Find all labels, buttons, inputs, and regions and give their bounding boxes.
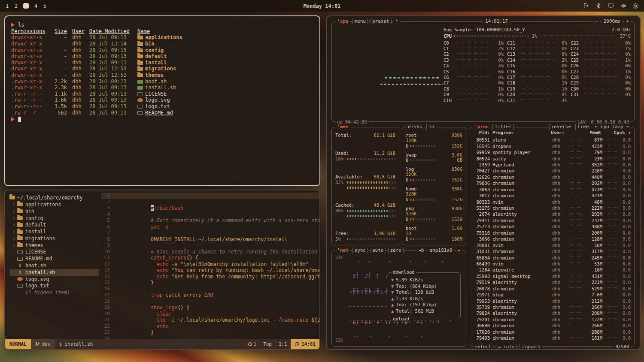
io-tab[interactable]: io — [426, 124, 436, 130]
tree-item[interactable]: logo.svg — [9, 276, 99, 283]
process-row[interactable]: 79971 btop dhh 7.0M 0.0 — [473, 292, 631, 298]
core-meter: C0 1% — [444, 40, 504, 45]
menu-button[interactable]: menu — [352, 18, 368, 24]
tree-item[interactable]: (1 hidden item) — [9, 289, 99, 296]
disk-used-value: 0B — [457, 157, 462, 163]
file-date-modified: 28 Jul 09:13 — [89, 97, 137, 103]
tree-item[interactable]: LICENSE — [9, 249, 99, 256]
process-row[interactable]: 66499 nvim dhh 53M 0.0 — [473, 261, 631, 267]
workspace-button[interactable]: 1 — [5, 3, 9, 9]
process-row[interactable]: 80333 nvim dhh 48M 0.0 — [473, 199, 631, 205]
settings-icon[interactable] — [632, 3, 639, 9]
mem-column-header[interactable]: MemB — [568, 130, 601, 135]
filter-button[interactable]: filter — [492, 124, 514, 130]
next-interface-button[interactable]: ▸ — [456, 247, 462, 253]
net-tab[interactable]: auto — [370, 247, 386, 253]
volume-icon[interactable] — [620, 3, 626, 9]
process-row[interactable]: 79403 chromium dhh 161M 0.0 — [473, 335, 631, 341]
process-row[interactable]: 79953 alacritty dhh 212M 0.0 — [473, 298, 631, 304]
reverse-button[interactable]: reverse — [549, 124, 573, 130]
process-row[interactable]: 30680 chromium dhh 260M 0.0 — [473, 323, 631, 329]
process-row[interactable]: 79806 chromium dhh 202M 0.0 — [473, 180, 631, 186]
workspace-button[interactable]: 2 — [14, 3, 18, 9]
file-owner: dhh — [72, 41, 89, 47]
net-tab[interactable]: zero — [388, 247, 404, 253]
mem-history-meter — [569, 256, 582, 257]
process-row[interactable]: 53275 chromium dhh 222M 0.0 — [473, 205, 631, 211]
net-tab[interactable]: sync — [352, 247, 368, 253]
tree-item[interactable]: › bin — [9, 208, 99, 215]
process-row[interactable]: 70081 nvim dhh 58M 0.0 — [473, 242, 631, 248]
proc-panel-title[interactable]: 'proc — [473, 124, 490, 130]
interface-name: enp191s0 — [428, 247, 454, 253]
process-row[interactable]: 25213 chromium dhh 488M 0.0 — [473, 223, 631, 229]
process-row[interactable]: 3066 chromium dhh 128M 0.0 — [473, 236, 631, 242]
process-row[interactable]: 69959 spotify_player dhh 79M 0.0 — [473, 149, 631, 155]
code-line: 2 — [101, 199, 319, 205]
tree-item[interactable]: › config — [9, 215, 99, 222]
ls-row: drwxr-xr-x - dhh 28 Jul 09:13 config — [11, 47, 313, 54]
process-row[interactable]: 75316 chromium dhh 200M 0.0 — [473, 230, 631, 236]
signals-button[interactable]: signals — [519, 344, 542, 349]
process-row[interactable]: 79824 alacritty dhh 208M 0.0 — [473, 310, 631, 316]
workspace-button[interactable]: 5 — [43, 3, 47, 9]
process-row[interactable]: 65834 chromium dhh 245M 0.0 — [473, 254, 631, 260]
tree-item[interactable]: › install — [9, 228, 99, 235]
tree-item[interactable]: › applications — [9, 201, 99, 208]
interval-decrease-button[interactable]: − — [593, 18, 600, 24]
tree-item[interactable]: logo.txt — [9, 283, 99, 290]
process-row[interactable]: 79411 chromium dhh 237M 0.0 — [473, 217, 631, 223]
process-row[interactable]: 3017 chromium dhh 423M 0.0 — [473, 193, 631, 199]
preset-button[interactable]: preset — [370, 18, 392, 24]
workspace-button[interactable] — [23, 3, 29, 9]
process-row[interactable]: 79201 chromium dhh 172M 0.0 — [473, 317, 631, 323]
tree-item[interactable]: › migrations — [9, 235, 99, 242]
select-button[interactable]: select — [473, 344, 493, 349]
process-pid: 53275 — [473, 205, 492, 211]
tree-item[interactable]: $ boot.sh — [9, 262, 99, 269]
mem-panel-title[interactable]: 'mem — [335, 124, 350, 130]
process-row[interactable]: 2284 pipewire dhh 18M 0.0 — [473, 267, 631, 273]
workspace-button[interactable]: 4 — [34, 3, 38, 9]
cpu-column-header[interactable]: Cpu% — [601, 130, 625, 135]
process-row[interactable]: 32626 chromium dhh 440M 0.0 — [473, 174, 631, 180]
process-row[interactable]: 2674 alacritty dhh 203M 0.0 — [473, 211, 631, 217]
network-icon[interactable] — [608, 3, 614, 9]
process-row[interactable]: 35739 chromium dhh 266M 0.0 — [473, 304, 631, 310]
program-column-header[interactable]: Program: — [492, 130, 551, 135]
tree-item[interactable]: › default — [9, 221, 99, 228]
info-button[interactable]: ↵ info — [496, 344, 516, 349]
bluetooth-icon[interactable] — [595, 3, 601, 9]
file-type-icon — [137, 98, 143, 102]
disks-tab[interactable]: disks — [406, 124, 424, 130]
logout-icon[interactable] — [583, 3, 589, 9]
net-panel-title[interactable]: 'net — [335, 247, 350, 253]
process-row[interactable]: 17020 chromium dhh 288M 0.0 — [473, 329, 631, 335]
pid-column-header[interactable]: Pid: — [473, 130, 492, 135]
user-column-header[interactable]: User: — [551, 130, 568, 135]
process-row[interactable]: 2359 Hyprland dhh 352M 0.0 — [473, 162, 631, 168]
tree-item[interactable]: › themes — [9, 242, 99, 249]
prompt-line[interactable] — [11, 116, 313, 123]
sort-column-switcher[interactable]: ← cpu lazy → — [593, 124, 631, 130]
tree-button[interactable]: tree — [575, 124, 591, 130]
process-row[interactable]: 31031 chromium dhh 317M 0.0 — [473, 248, 631, 254]
process-row[interactable]: 3063 chromium dhh 473M 0.0 — [473, 187, 631, 193]
process-row[interactable]: 26078 chromium dhh 529M 0.0 — [473, 286, 631, 292]
process-user: dhh — [552, 317, 569, 322]
tree-item[interactable]: $ install.sh — [9, 269, 99, 276]
process-row[interactable]: 16545 dropbox dhh 423M 0.0 — [473, 143, 631, 149]
tree-root[interactable]: ~/.local/share/omarchy — [9, 194, 99, 201]
process-row[interactable]: 80524 satty dhh 23M 0.0 — [473, 155, 631, 161]
prev-interface-button[interactable]: ◂b — [416, 247, 425, 253]
process-row[interactable]: 80531 slurp dhh 87M 0.0 — [473, 137, 631, 143]
process-row[interactable]: 25993 signal-desktop dhh 431M 0.0 — [473, 273, 631, 279]
file-size: 1.5k — [52, 103, 72, 110]
file-type-icon — [17, 202, 23, 206]
interval-increase-button[interactable]: + — [624, 18, 631, 24]
code-editor[interactable]: 1 #!/bin/bash 2 3 — [101, 190, 319, 339]
process-row[interactable]: 79519 alacritty dhh 221M 0.0 — [473, 279, 631, 285]
cpu-panel-title[interactable]: 'cpu — [335, 18, 350, 24]
process-row[interactable]: 70427 chromium dhh 228M 0.0 — [473, 168, 631, 174]
tree-item[interactable]: README.md — [9, 255, 99, 262]
